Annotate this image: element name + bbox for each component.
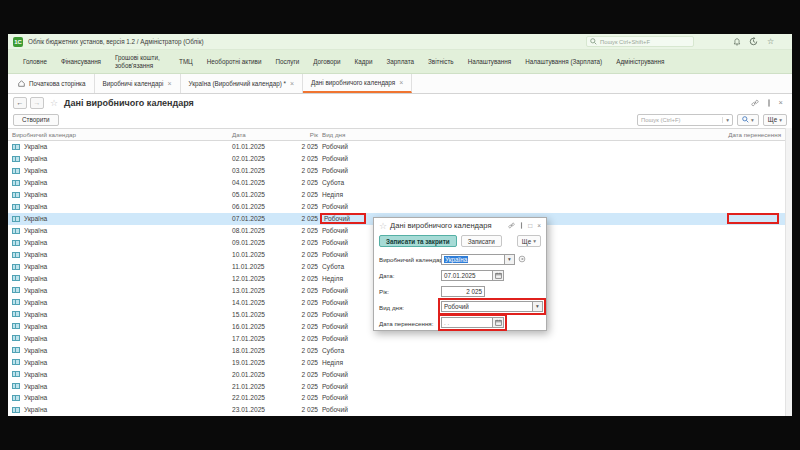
close-icon[interactable]: × [537,222,541,229]
column-header-transfer-date[interactable]: Дата перенесення [534,131,785,138]
1c-logo-icon: 1С [13,37,23,47]
table-row-20.01.2025[interactable]: Україна20.01.20252 025Робочий [8,368,785,380]
field-label: Дата перенесення: [379,320,441,327]
table-row-04.01.2025[interactable]: Україна04.01.20252 025Субота [8,177,785,189]
open-ref-button[interactable] [518,255,526,263]
cell-year: 2 025 [290,359,322,366]
create-button[interactable]: Створити [13,114,59,126]
table-row-03.01.2025[interactable]: Україна03.01.20252 025Робочий [8,165,785,177]
column-header-daytype[interactable]: Вид дня [322,131,534,138]
cell-date: 14.01.2025 [232,299,290,306]
pin-icon[interactable] [520,222,523,229]
global-search-input[interactable]: Пошук Ctrl+Shift+F [586,36,694,47]
bell-icon[interactable] [732,37,741,46]
table-row-01.01.2025[interactable]: Україна01.01.20252 025Робочий [8,141,785,153]
menu-item-4[interactable]: Необоротні активи [200,56,269,67]
more-button[interactable]: Ще ▾ [763,114,787,126]
tab-1[interactable]: Виробничі календарі× [95,74,181,93]
close-icon[interactable]: × [779,98,783,107]
menu-item-6[interactable]: Договори [306,56,347,67]
date-picker-button[interactable] [493,317,504,328]
table-row-05.01.2025[interactable]: Україна05.01.20252 025Неділя [8,189,785,201]
forward-button[interactable]: → [30,97,44,109]
tab-3[interactable]: Дані виробничого календаря× [303,74,412,93]
cell-year: 2 025 [290,239,322,246]
tab-close-icon[interactable]: × [167,80,171,87]
annotation-box-day-type: Робочий [320,213,366,224]
date-input[interactable]: 07.01.2025 [441,270,493,281]
tab-2[interactable]: Україна (Виробничий календар) *× [181,74,304,93]
table-row-17.01.2025[interactable]: Україна17.01.20252 025Робочий [8,332,785,344]
dialog-fields: Виробничий календар:Україна▾Дата:07.01.2… [374,249,546,332]
table-row-23.01.2025[interactable]: Україна23.01.20252 025Робочий [8,404,785,416]
menu-item-5[interactable]: Послуги [268,56,306,67]
favorite-star-icon[interactable]: ☆ [50,98,58,108]
save-and-close-button[interactable]: Записати та закрити [379,235,457,247]
table-row-06.01.2025[interactable]: Україна06.01.20252 025Робочий [8,201,785,213]
favorites-star-icon[interactable]: ☆ [766,37,775,46]
menu-item-10[interactable]: Налаштування [461,56,519,67]
list-search-placeholder: Пошук (Ctrl+F) [638,117,722,123]
search-settings-button[interactable]: ▾ [737,114,759,126]
table-row-18.01.2025[interactable]: Україна18.01.20252 025Субота [8,344,785,356]
calendar-record-icon [12,192,20,198]
chevron-down-icon[interactable]: ▾ [505,254,515,265]
menu-item-7[interactable]: Кадри [348,56,380,67]
chevron-down-icon: ▾ [751,117,754,123]
day-type-input[interactable]: Робочий [441,301,533,312]
cell-year: 2 025 [290,251,322,258]
menu-item-3[interactable]: ТМЦ [172,56,200,67]
table-row-22.01.2025[interactable]: Україна22.01.20252 025Робочий [8,392,785,404]
cell-year: 2 025 [290,143,322,150]
menu-item-1[interactable]: Фінансування [54,56,108,67]
save-button[interactable]: Записати [461,235,502,247]
column-header-date[interactable]: Дата [232,131,290,138]
table-row-02.01.2025[interactable]: Україна02.01.20252 025Робочий [8,153,785,165]
dialog-button-bar: Записати та закрити Записати Ще ▾ [374,233,546,249]
cell-date: 08.01.2025 [232,227,290,234]
annotation-box-field: Робочий▾ [438,298,546,315]
maximize-icon[interactable]: □ [528,222,532,229]
cell-calendar: Україна [12,239,232,246]
back-button[interactable]: ← [13,97,27,109]
menu-item-2[interactable]: Грошові кошти, зобов'язання [108,52,172,70]
search-dropdown-icon[interactable]: ▾ [722,117,732,123]
cell-date: 15.01.2025 [232,311,290,318]
get-link-icon[interactable] [508,222,515,229]
table-row-21.01.2025[interactable]: Україна21.01.20252 025Робочий [8,380,785,392]
column-header-year[interactable]: Рік [290,131,322,138]
cell-date: 12.01.2025 [232,275,290,282]
menu-item-9[interactable]: Звітність [421,56,461,67]
date-input[interactable]: . . [441,317,493,328]
tab-0[interactable]: Початкова сторінка [10,74,95,93]
cell-calendar: Україна [12,347,232,354]
cell-day-type: Субота [322,179,534,186]
calendar-record-icon [12,287,20,293]
menu-item-8[interactable]: Зарплата [379,56,421,67]
menu-item-12[interactable]: Адміністрування [609,56,671,67]
favorite-star-icon[interactable]: ☆ [379,221,387,231]
year-input[interactable]: 2 025 [441,286,485,297]
calendar-record-icon [12,359,20,365]
cell-year: 2 025 [290,299,322,306]
cell-day-type: Субота [322,347,534,354]
menu-item-11[interactable]: Налаштування (Зарплата) [518,56,609,67]
vertical-scrollbar[interactable] [785,128,792,416]
cell-year: 2 025 [290,203,322,210]
date-picker-button[interactable] [493,270,504,281]
calendar-ref-input[interactable]: Україна [441,254,505,265]
chevron-down-icon[interactable]: ▾ [533,301,543,312]
pin-icon[interactable] [767,99,771,107]
history-icon[interactable] [749,37,758,46]
list-search-input[interactable]: Пошук (Ctrl+F) ▾ [637,114,733,126]
cell-year: 2 025 [290,155,322,162]
tab-close-icon[interactable]: × [290,80,294,87]
dialog-more-button[interactable]: Ще ▾ [517,235,541,247]
tab-close-icon[interactable]: × [399,79,403,86]
calendar-record-icon [12,395,20,401]
menu-item-0[interactable]: Головне [16,56,54,67]
cell-date: 07.01.2025 [232,215,290,222]
column-header-calendar[interactable]: Виробничий календар [12,131,232,138]
get-link-icon[interactable] [751,99,759,107]
table-row-19.01.2025[interactable]: Україна19.01.20252 025Неділя [8,356,785,368]
